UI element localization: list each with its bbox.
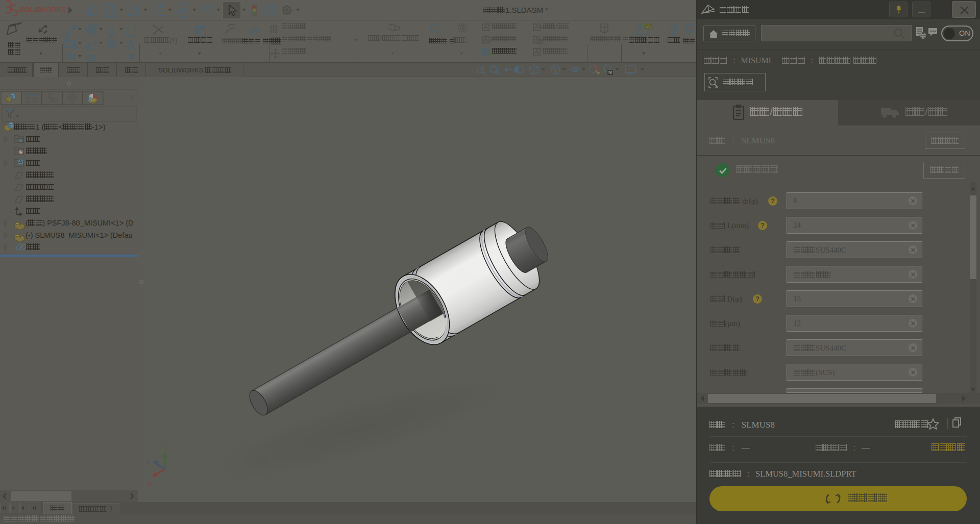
svg-text:X: X <box>147 480 152 487</box>
svg-text:Z: Z <box>146 458 151 465</box>
svg-text:WORKS: WORKS <box>39 6 66 14</box>
svg-text:Y: Y <box>162 444 167 452</box>
svg-text:SOLID: SOLID <box>19 6 41 14</box>
